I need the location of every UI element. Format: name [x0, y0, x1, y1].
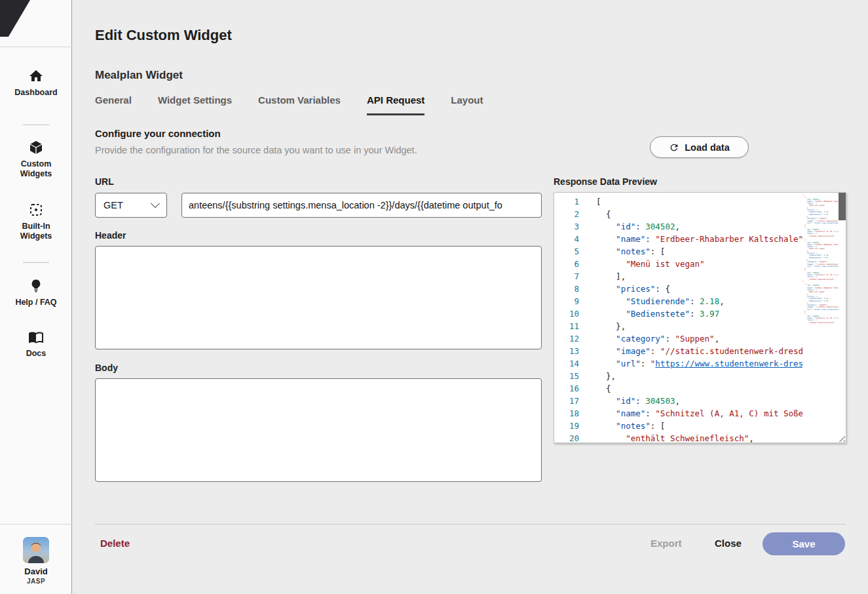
app-logo-icon: [0, 0, 30, 37]
editor-minimap[interactable]: [ { "id": 304502, "name": "Erdbeer-Rhaba…: [802, 194, 839, 441]
section-heading: Configure your connection: [95, 128, 221, 139]
header-textarea[interactable]: [95, 246, 542, 349]
export-button[interactable]: Export: [651, 538, 682, 549]
sidebar-divider: [0, 47, 72, 47]
app-root: Dashboard Custom Widgets Built-In Widget…: [0, 0, 868, 594]
sidebar-item-builtin-widgets[interactable]: Built-In Widgets: [0, 202, 72, 241]
footer-divider: [95, 524, 846, 525]
sidebar-item-custom-widgets[interactable]: Custom Widgets: [0, 140, 72, 179]
sidebar-item-label: Custom Widgets: [0, 159, 72, 179]
http-method-value: GET: [104, 200, 123, 210]
body-label: Body: [95, 363, 118, 373]
sidebar-item-label: Help / FAQ: [0, 298, 72, 307]
chevron-down-icon: [151, 199, 160, 208]
section-description: Provide the configuration for the source…: [95, 145, 417, 155]
sidebar-item-label: Docs: [0, 349, 72, 359]
sidebar-item-label: Dashboard: [0, 88, 72, 98]
response-preview-label: Response Data Preview: [554, 176, 657, 187]
book-icon: [28, 329, 44, 345]
delete-button[interactable]: Delete: [100, 538, 130, 549]
close-button[interactable]: Close: [715, 538, 742, 549]
load-data-button[interactable]: Load data: [650, 136, 749, 158]
sidebar-divider: [0, 524, 72, 525]
url-input[interactable]: [181, 193, 542, 218]
tab-custom-variables[interactable]: Custom Variables: [258, 94, 341, 115]
cube-icon: [28, 140, 44, 155]
page-title: Edit Custom Widget: [95, 27, 232, 44]
tab-api-request[interactable]: API Request: [367, 94, 425, 115]
resize-grip-icon[interactable]: [837, 433, 845, 442]
user-org: JASP: [0, 578, 72, 585]
user-profile[interactable]: David JASP: [0, 537, 72, 585]
refresh-icon: [669, 142, 679, 153]
sidebar-item-label: Built-In Widgets: [0, 222, 72, 241]
main-content: Edit Custom Widget Mealplan Widget Gener…: [72, 0, 868, 594]
sidebar: Dashboard Custom Widgets Built-In Widget…: [0, 0, 72, 594]
tab-bar: General Widget Settings Custom Variables…: [95, 94, 483, 115]
save-button[interactable]: Save: [763, 532, 845, 555]
tab-general[interactable]: General: [95, 94, 132, 115]
sidebar-item-help-faq[interactable]: Help / FAQ: [0, 278, 72, 307]
lightbulb-icon: [28, 278, 44, 294]
dashed-box-icon: [28, 202, 44, 218]
avatar: [23, 537, 49, 563]
body-textarea[interactable]: [95, 378, 542, 482]
sidebar-item-docs[interactable]: Docs: [0, 329, 72, 359]
response-data-editor[interactable]: 1[2 {3 "id": 304502,4 "name": "Erdbeer-R…: [554, 192, 846, 443]
url-label: URL: [95, 176, 114, 187]
sidebar-divider: [23, 125, 49, 125]
editor-scrollbar-thumb[interactable]: [839, 193, 846, 220]
http-method-select[interactable]: GET: [95, 193, 167, 218]
user-name: David: [0, 566, 72, 576]
sidebar-item-dashboard[interactable]: Dashboard: [0, 68, 72, 98]
widget-name: Mealplan Widget: [95, 69, 183, 82]
home-icon: [28, 68, 44, 84]
load-data-label: Load data: [685, 142, 729, 153]
header-label: Header: [95, 230, 126, 241]
tab-layout[interactable]: Layout: [451, 94, 483, 115]
code-editor-lines: 1[2 {3 "id": 304502,4 "name": "Erdbeer-R…: [554, 195, 802, 443]
tab-widget-settings[interactable]: Widget Settings: [158, 94, 232, 115]
sidebar-divider: [23, 262, 49, 263]
